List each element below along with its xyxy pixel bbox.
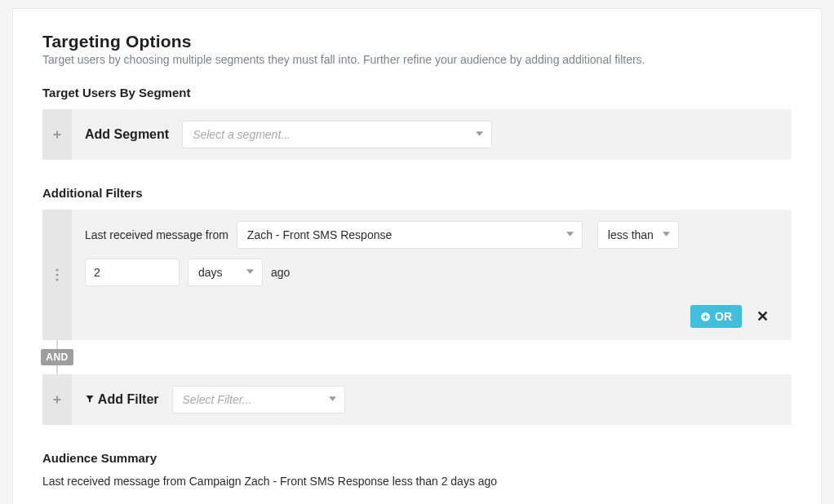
or-button[interactable]: OR [690,305,742,328]
segment-select[interactable]: Select a segment... [182,121,492,148]
filter-prefix: Last received message from [85,228,228,241]
chevron-down-icon [663,231,670,240]
filter-drag-handle[interactable] [42,210,72,340]
add-filter-text: Add Filter [98,392,159,406]
filters-header: Additional Filters [42,186,792,200]
filter-suffix: ago [271,266,290,279]
add-segment-block: Add Segment Select a segment... [42,109,792,160]
drag-dots-icon [55,268,59,281]
summary-header: Audience Summary [42,451,792,465]
chevron-down-icon [329,396,336,405]
number-input[interactable] [85,259,180,286]
segment-select-placeholder: Select a segment... [193,128,291,141]
unit-value: days [198,266,223,279]
unit-select[interactable]: days [188,259,263,286]
chevron-down-icon [566,231,574,240]
or-label: OR [715,310,732,323]
remove-filter-button[interactable]: ✕ [750,304,775,329]
summary-text: Last received message from Campaign Zach… [42,475,792,488]
chevron-down-icon [246,268,254,277]
add-segment-handle[interactable] [42,109,72,160]
page-title: Targeting Options [42,32,792,51]
svg-point-1 [55,273,58,276]
svg-point-2 [55,278,58,281]
chevron-down-icon [476,130,483,139]
plus-circle-icon [700,312,711,322]
and-badge: AND [41,349,73,365]
campaign-select[interactable]: Zach - Front SMS Response [237,221,583,249]
and-connector: AND [42,340,792,374]
comparator-select[interactable]: less than [597,221,679,249]
segment-header: Target Users By Segment [42,86,792,99]
add-segment-label: Add Segment [85,127,169,142]
plus-icon [52,395,62,405]
filter-type-select[interactable]: Select Filter... [172,386,345,413]
plus-icon [52,130,62,139]
targeting-panel: Targeting Options Target users by choosi… [12,8,822,504]
filter-block: Last received message from Zach - Front … [42,210,792,340]
add-filter-label: Add Filter [85,392,159,407]
add-filter-block: Add Filter Select Filter... [42,374,792,425]
funnel-icon [85,394,95,404]
campaign-value: Zach - Front SMS Response [247,228,392,241]
comparator-value: less than [608,228,654,241]
svg-point-0 [55,268,58,271]
add-filter-handle[interactable] [42,374,72,425]
page-subtitle: Target users by choosing multiple segmen… [42,53,792,66]
filter-type-placeholder: Select Filter... [183,393,252,406]
